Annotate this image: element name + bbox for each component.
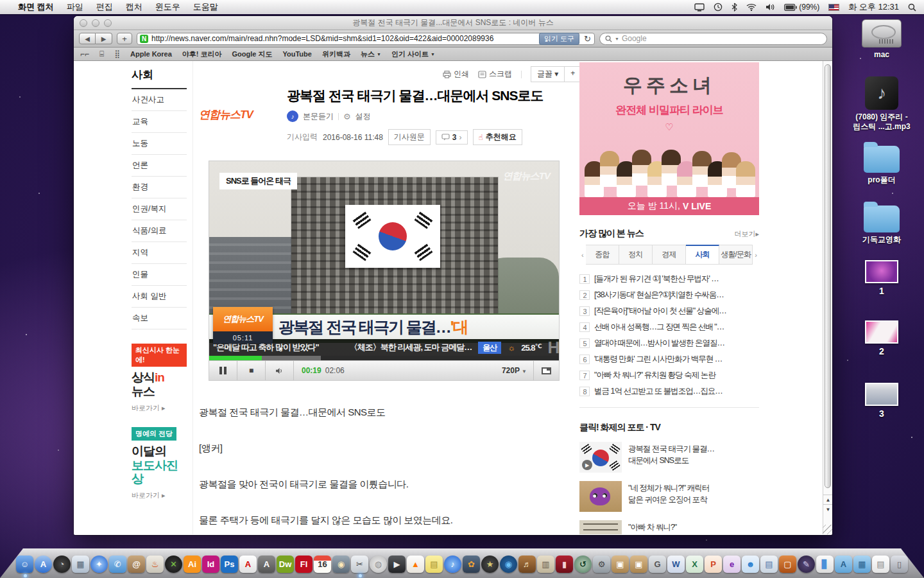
- menu-help[interactable]: 도움말: [193, 1, 218, 13]
- more-link[interactable]: 더보기▸: [734, 229, 759, 239]
- dock-remote-desktop-icon[interactable]: ▢: [779, 556, 796, 573]
- tab-life-culture[interactable]: 생활/문화: [719, 245, 753, 265]
- dock-ical-icon[interactable]: 16: [314, 556, 331, 573]
- dock-photo-booth-icon[interactable]: ◉: [332, 556, 350, 573]
- ranked-news-item[interactable]: 3[작은육아]"태어날 아이 첫 선물" 상술에…: [579, 303, 759, 319]
- dock-address-book-icon[interactable]: @: [128, 556, 145, 573]
- tts-settings-button[interactable]: 설정: [355, 111, 371, 122]
- desktop-icon-movies-folder[interactable]: 기독교영화: [851, 206, 912, 245]
- wjsn-ad-banner[interactable]: 우주소녀 완전체 비밀파티 라이브 ♡: [579, 62, 759, 215]
- wifi-icon[interactable]: [746, 3, 757, 11]
- tts-icon[interactable]: ♪: [287, 110, 298, 122]
- dock-documents-folder-icon[interactable]: ▦: [853, 556, 871, 573]
- homework-video-thumbnail[interactable]: ▶: [579, 520, 622, 534]
- displays-icon[interactable]: [694, 3, 705, 12]
- promo-link[interactable]: 바로가기 ▸: [132, 491, 187, 500]
- dock-adobe-reader-icon[interactable]: A: [258, 556, 275, 573]
- menu-window[interactable]: 윈도우: [155, 1, 180, 13]
- tab-society[interactable]: 사회: [686, 245, 719, 265]
- font-size-button[interactable]: 글꼴 ▾: [531, 67, 565, 82]
- video-progress-bar[interactable]: [209, 356, 559, 360]
- scroll-down-button[interactable]: ▼: [823, 504, 832, 514]
- new-tab-button[interactable]: +: [117, 33, 132, 44]
- listen-button[interactable]: 본문듣기: [303, 111, 334, 122]
- dock-ms-entourage-icon[interactable]: e: [723, 556, 740, 573]
- dock-ms-powerpoint-icon[interactable]: P: [705, 556, 722, 573]
- dock-photoshop-icon[interactable]: Ps: [221, 556, 238, 573]
- dock-applications-folder-icon[interactable]: A: [835, 556, 852, 573]
- scrap-button[interactable]: 스크랩: [478, 69, 512, 80]
- photo-tv-item[interactable]: ▶ 광복절 전국 태극기 물결…대문에서 SNS로도: [579, 442, 759, 473]
- bookmark-popular-folder[interactable]: 인기 사이트 ▼: [391, 49, 435, 59]
- ranked-news-item[interactable]: 5열대야 때문에…밤사이 발생한 온열질…: [579, 335, 759, 351]
- scrollbar-thumb[interactable]: [825, 64, 831, 488]
- bookmark-yahoo-korea[interactable]: 야후! 코리아: [182, 49, 222, 59]
- dock-vlc-icon[interactable]: ▲: [407, 556, 424, 573]
- dock-hancom-box-2-icon[interactable]: ▣: [630, 556, 647, 573]
- dock-ms-excel-icon[interactable]: X: [686, 556, 703, 573]
- dock-preview-icon[interactable]: ▦: [72, 556, 89, 573]
- ranked-news-item[interactable]: 1[들개가 된 유기견 ①] '북한산 무법자' …: [579, 271, 759, 287]
- dock-acrobat-icon[interactable]: A: [239, 556, 257, 573]
- menu-app[interactable]: 화면 캡처: [18, 1, 54, 13]
- dock-stickies-icon[interactable]: ▤: [425, 556, 443, 573]
- dock-iphoto-icon[interactable]: ✿: [463, 556, 480, 573]
- desktop-icon-screenshot-3[interactable]: 3: [851, 383, 912, 420]
- dock-flash-icon[interactable]: Fl: [295, 556, 312, 573]
- tab-politics[interactable]: 정치: [619, 245, 653, 265]
- dock-trash-icon[interactable]: ▯: [891, 556, 908, 573]
- flag-video-thumbnail[interactable]: ▶: [579, 442, 622, 473]
- ranked-news-item[interactable]: 4선배 아내 성폭행…그 장면 찍은 선배 "…: [579, 319, 759, 335]
- bookmarks-book-icon[interactable]: ⌸: [99, 49, 104, 58]
- dock-green-x-icon[interactable]: ✕: [165, 556, 182, 573]
- battery-indicator[interactable]: (99%): [784, 3, 819, 12]
- fullscreen-button[interactable]: [533, 361, 559, 380]
- comments-button[interactable]: 3›: [436, 130, 468, 144]
- promo-photo-award[interactable]: 명예의 전당 이달의보도사진상 바로가기 ▸: [132, 427, 187, 501]
- desktop-icon-screenshot-2[interactable]: 2: [851, 320, 912, 358]
- recommend-button[interactable]: ☝ 추천해요: [473, 129, 522, 145]
- sidebar-item-breaking[interactable]: 속보: [132, 308, 187, 329]
- dock-document-file-icon[interactable]: ▤: [872, 556, 889, 573]
- dock-dvd-player-icon[interactable]: ▮: [556, 556, 573, 573]
- dock-toast-icon[interactable]: ♨: [146, 556, 164, 573]
- desktop-icon-screenshot-1[interactable]: 1: [851, 260, 912, 297]
- menu-file[interactable]: 파일: [67, 1, 83, 13]
- dock-app-store-icon[interactable]: A: [35, 556, 52, 573]
- original-article-button[interactable]: 기사원문: [388, 129, 431, 145]
- input-language-flag-icon[interactable]: [828, 4, 839, 11]
- spotlight-icon[interactable]: [908, 3, 916, 12]
- bookmark-news-folder[interactable]: 뉴스 ▼: [361, 49, 381, 59]
- sidebar-item-food-medical[interactable]: 식품/의료: [132, 220, 187, 242]
- desktop-icon-pro-folder[interactable]: pro폴더: [851, 146, 912, 185]
- dock-iweb-icon[interactable]: ▥: [537, 556, 554, 573]
- press-logo[interactable]: 연합뉴스TV: [199, 87, 287, 145]
- forward-button[interactable]: ▶: [96, 33, 112, 44]
- zoom-window-button[interactable]: [104, 19, 112, 27]
- close-window-button[interactable]: [80, 19, 87, 27]
- dock-dreamweaver-icon[interactable]: Dw: [277, 556, 294, 573]
- sidebar-item-people[interactable]: 인물: [132, 264, 187, 286]
- dock-clamp-tool-icon[interactable]: G: [649, 556, 666, 573]
- sidebar-item-region[interactable]: 지역: [132, 242, 187, 264]
- address-bar[interactable]: N http://news.naver.com/main/read.nhn?mo…: [137, 33, 595, 45]
- menu-clock[interactable]: 화 오후 12:31: [848, 1, 899, 13]
- dock-itunes-icon[interactable]: ♪: [444, 556, 461, 573]
- reader-tools-button[interactable]: 읽기 도구: [539, 33, 579, 45]
- volume-button[interactable]: [266, 361, 294, 380]
- promo-link[interactable]: 바로가기 ▸: [132, 403, 187, 413]
- tab-general[interactable]: 종합: [586, 245, 619, 265]
- menu-edit[interactable]: 편집: [96, 1, 113, 13]
- dock-ms-document-connection-icon[interactable]: ▤: [760, 556, 778, 573]
- bookmark-google-maps[interactable]: Google 지도: [232, 49, 273, 59]
- minimize-window-button[interactable]: [92, 19, 99, 27]
- url-text[interactable]: http://news.naver.com/main/read.nhn?mode…: [151, 34, 536, 43]
- dock-safari-icon[interactable]: ✦: [90, 556, 108, 573]
- dock-quicktime-icon[interactable]: ▶: [388, 556, 406, 573]
- sidebar-item-labor[interactable]: 노동: [132, 133, 187, 155]
- dock-ms-messenger-icon[interactable]: ☻: [742, 556, 759, 573]
- sidebar-item-general[interactable]: 사회 일반: [132, 286, 187, 308]
- sidebar-title[interactable]: 사회: [132, 67, 187, 89]
- dock-grab-icon[interactable]: ✂: [351, 556, 368, 573]
- volume-icon[interactable]: [766, 3, 775, 11]
